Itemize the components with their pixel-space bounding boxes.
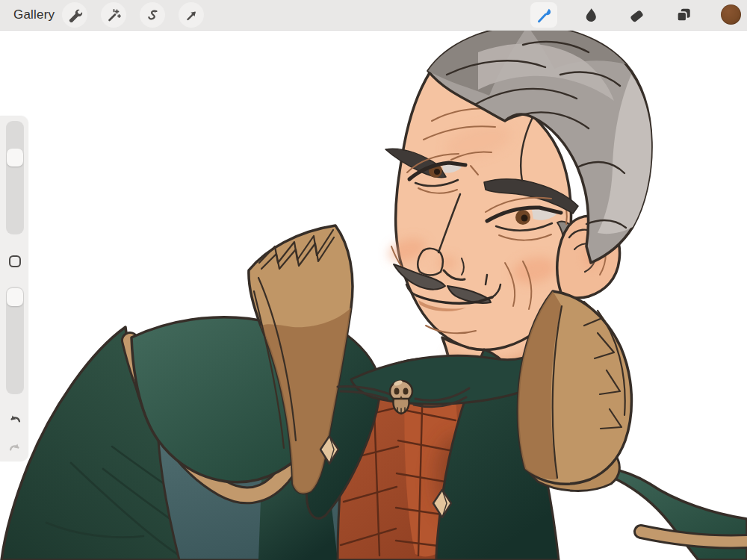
layers-icon — [675, 6, 692, 24]
opacity-handle[interactable] — [7, 288, 23, 306]
smudge-icon — [581, 6, 599, 24]
magic-wand-icon — [106, 7, 122, 23]
artwork-canvas[interactable] — [0, 0, 747, 560]
brush-sidebar — [0, 116, 28, 461]
brush-size-slider[interactable] — [6, 121, 24, 234]
wrench-icon — [67, 7, 83, 23]
paint-brush-button[interactable] — [530, 2, 557, 28]
transform-button[interactable] — [179, 2, 204, 28]
modify-button[interactable] — [7, 253, 23, 270]
brush-size-handle[interactable] — [7, 149, 23, 167]
smudge-button[interactable] — [577, 2, 604, 28]
actions-button[interactable] — [62, 2, 87, 28]
redo-button[interactable] — [7, 440, 23, 456]
square-outline-icon — [7, 254, 22, 269]
redo-arrow-icon — [7, 441, 22, 455]
procreate-app: { "top_bar": { "gallery_label": "Gallery… — [0, 0, 747, 560]
top-toolbar: Gallery — [0, 0, 747, 31]
adjustments-button[interactable] — [101, 2, 126, 28]
transform-arrow-icon — [184, 7, 199, 23]
selection-s-icon — [145, 7, 161, 23]
undo-arrow-icon — [7, 412, 22, 427]
undo-button[interactable] — [7, 411, 23, 428]
selection-button[interactable] — [140, 2, 165, 28]
opacity-slider[interactable] — [6, 287, 24, 394]
eraser-icon — [627, 6, 645, 24]
paintbrush-icon — [535, 6, 553, 24]
color-swatch-button[interactable] — [721, 4, 741, 25]
gallery-button[interactable]: Gallery — [13, 7, 55, 22]
layers-button[interactable] — [670, 2, 697, 28]
eraser-button[interactable] — [623, 2, 650, 28]
